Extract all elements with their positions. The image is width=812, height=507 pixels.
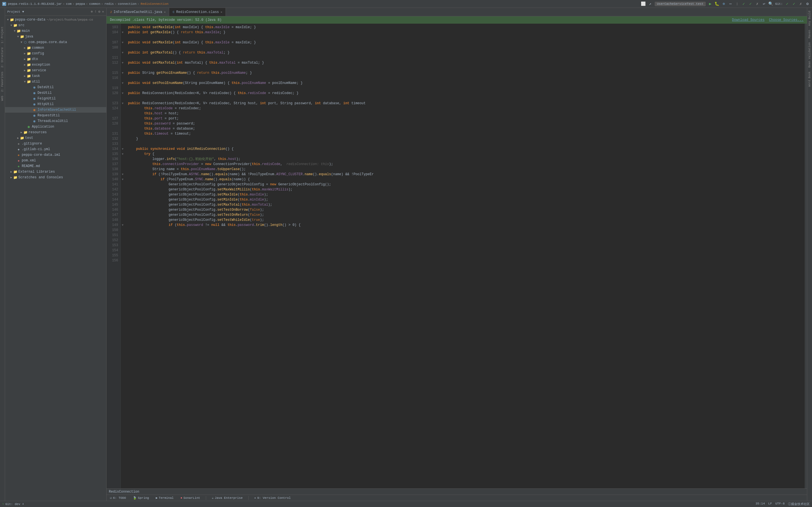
tab-todo[interactable]: ☑ 6: TODO — [108, 496, 128, 500]
choose-sources-link[interactable]: Choose Sources... — [769, 18, 804, 22]
tree-item-gitignore[interactable]: ◈ .gitignore — [5, 141, 106, 147]
window-icon[interactable]: ⬜ — [641, 2, 646, 6]
sidebar-icon-1[interactable]: ⊕ — [91, 10, 93, 14]
tab-terminal[interactable]: ▶ Terminal — [153, 496, 175, 500]
sidebar-icon-2[interactable]: ↕ — [94, 10, 96, 14]
tree-item-test[interactable]: ▶ 📁 test — [5, 135, 106, 141]
tab-version-control[interactable]: ✦ 9: Version Control — [252, 496, 293, 500]
tree-item-threadlocalutil[interactable]: ◉ ThreadLocalUtil — [5, 118, 106, 124]
breadcrumb-class[interactable]: RedisConnection — [141, 2, 168, 6]
git-checkmark2[interactable]: ✓ — [748, 2, 753, 6]
tree-item-src[interactable]: ▼ 📁 src — [5, 22, 106, 28]
tree-item-desutil[interactable]: ◉ DesUtil — [5, 90, 106, 96]
tab-sonar[interactable]: ● SonarLint — [178, 496, 202, 500]
tree-item-scratches[interactable]: ▶ 📁 Scratches and Consoles — [5, 175, 106, 180]
tab-close-redis[interactable]: ✕ — [220, 10, 222, 14]
tree-item-service[interactable]: ▶ 📁 service — [5, 68, 106, 73]
fold-128[interactable]: ▼ — [121, 91, 124, 96]
fold-147[interactable]: ▼ — [121, 177, 124, 182]
left-panel-favorites[interactable]: 2: Favorites — [0, 70, 4, 94]
tab-informsave[interactable]: J InFormSaveCacheUtil.java ✕ — [107, 8, 169, 16]
tree-item-application[interactable]: ◉ Application — [5, 124, 106, 129]
tree-item-requestutil[interactable]: ◉ RequestUtil — [5, 113, 106, 118]
git-checkmark3[interactable]: ✗ — [755, 2, 760, 6]
fold-116[interactable]: ▼ — [121, 60, 124, 65]
fold-104[interactable]: ▼ — [121, 30, 124, 35]
tree-item-main[interactable]: ▼ 📁 main — [5, 28, 106, 34]
tree-item-httputil[interactable]: ◉ HttpUtil — [5, 101, 106, 107]
breadcrumb-jar[interactable]: peppa-redis-1.1.6-RELEASE.jar — [8, 2, 62, 6]
code-editor[interactable]: 103 104 107 108 111 112 115 116 119 120 … — [107, 24, 807, 489]
fold-120[interactable]: ▼ — [121, 70, 124, 75]
right-panel-maven[interactable]: Maven — [808, 28, 812, 40]
tree-label-java: java — [25, 35, 33, 39]
tab-spring[interactable]: 🍃 Spring — [131, 496, 151, 500]
debug-icon[interactable]: 🐛 — [715, 2, 719, 6]
fold-156[interactable]: ▼ — [121, 223, 124, 228]
fold-124[interactable]: ▼ — [121, 80, 124, 86]
tree-item-exception[interactable]: ▶ 📁 exception — [5, 62, 106, 68]
run-config[interactable]: UserCacheServiceTest.test — [655, 2, 706, 6]
git-x[interactable]: ✗ — [799, 2, 803, 6]
left-panel-project[interactable]: 1: Project — [0, 25, 4, 45]
breadcrumb-com[interactable]: com — [66, 2, 71, 6]
fold-103[interactable] — [121, 25, 124, 30]
left-panel-web[interactable]: Web — [0, 94, 4, 103]
code-line-155: genericObjectPoolConfig.setTestWhileIdle… — [128, 217, 805, 223]
tree-item-root[interactable]: ▼ 📁 peppa-core-data ~/project/huohua/pep… — [5, 17, 106, 22]
fold-141[interactable]: ▼ — [121, 147, 124, 152]
fold-108[interactable]: ▼ — [121, 40, 124, 45]
tab-label-redis: RedisConnection.class — [176, 10, 219, 14]
tab-redis[interactable]: C RedisConnection.class ✕ — [169, 8, 226, 16]
right-panel-any-build[interactable]: Any Build — [808, 9, 812, 27]
breadcrumb-peppa[interactable]: peppa — [76, 2, 85, 6]
code-line-empty4 — [128, 65, 805, 70]
settings-icon[interactable]: ⚙ — [805, 2, 810, 6]
tab-close-inform[interactable]: ✕ — [164, 10, 165, 14]
tree-item-ext-libs[interactable]: ▶ 📁 External Libraries — [5, 169, 106, 175]
ln-117 — [107, 80, 120, 86]
sidebar-icon-gear[interactable]: ⚙ — [98, 10, 100, 14]
right-panel-word-book[interactable]: Word Book — [808, 70, 812, 89]
right-panel-bean-validation[interactable]: Bean Validation — [808, 41, 812, 69]
tree-item-informsave[interactable]: ◉ InFormSaveCacheUtil — [5, 107, 106, 113]
fold-132[interactable]: ▼ — [121, 101, 124, 106]
git-rollback[interactable]: ↩ — [762, 2, 766, 6]
tab-java-enterprise[interactable]: ☕ Java Enterprise — [209, 496, 245, 500]
git-checkmark-main[interactable]: ✓ — [785, 2, 790, 6]
breadcrumb-common[interactable]: common — [89, 2, 100, 6]
more-run-icon[interactable]: ⋯ — [728, 2, 733, 6]
git-checkmark1[interactable]: ✓ — [742, 2, 746, 6]
tree-item-dateutil[interactable]: ◉ DateUtil — [5, 84, 106, 90]
tree-item-feignutil[interactable]: ◉ FeignUtil — [5, 96, 106, 101]
breadcrumb-redis[interactable]: redis — [104, 2, 114, 6]
git-checkmark-alt[interactable]: ✓ — [792, 2, 796, 6]
fold-112[interactable]: ▼ — [121, 50, 124, 55]
tree-item-gitlab[interactable]: ◈ .gitlab-ci.yml — [5, 147, 106, 152]
sidebar-icon-close[interactable]: ✕ — [102, 10, 104, 14]
tree-item-common[interactable]: ▶ 📁 common — [5, 45, 106, 51]
tree-item-readme[interactable]: ◈ README.md — [5, 163, 106, 169]
tree-item-resources[interactable]: ▶ 📁 resources — [5, 129, 106, 135]
left-panel-structure[interactable]: 2: Structure — [0, 46, 4, 69]
tree-item-config[interactable]: ▶ 📁 config — [5, 51, 106, 56]
tree-item-java[interactable]: ▼ 📁 java — [5, 34, 106, 40]
breadcrumb-connection[interactable]: connection — [118, 2, 137, 6]
tree-item-package[interactable]: ▼ ⬡ com.peppa.core.data — [5, 40, 106, 45]
tree-item-dto[interactable]: ▶ 📁 dto — [5, 56, 106, 62]
threadlocalutil-class-icon: ◉ — [32, 119, 37, 123]
tree-item-iml[interactable]: ◈ peppa-core-data.iml — [5, 152, 106, 158]
run-icon[interactable]: ▶ — [708, 2, 712, 6]
tree-item-util[interactable]: ▼ 📁 util — [5, 79, 106, 84]
tree-label-exception: exception — [32, 63, 50, 67]
tree-item-task[interactable]: ▶ 📁 task — [5, 73, 106, 79]
fold-146[interactable]: ▼ — [121, 172, 124, 177]
git-search[interactable]: 🔍 — [769, 2, 773, 6]
fold-142[interactable]: ▼ — [121, 152, 124, 157]
tree-item-pom[interactable]: ◈ pom.xml — [5, 158, 106, 163]
coverage-icon[interactable]: ⊕ — [721, 2, 726, 6]
fold-136 — [121, 121, 124, 126]
tree-label-feignutil: FeignUtil — [38, 97, 56, 101]
expand-icon[interactable]: ↗ — [648, 2, 652, 6]
download-sources-link[interactable]: Download Sources — [732, 18, 764, 22]
